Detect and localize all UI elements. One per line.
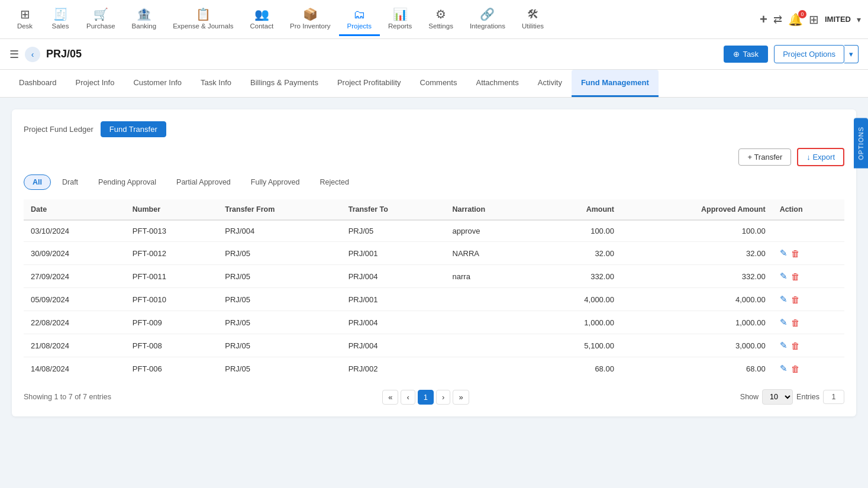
cell-to-2: PRJ/004 (341, 265, 446, 288)
delete-icon-4[interactable]: 🗑 (791, 318, 800, 328)
cell-amount-5: 5,100.00 (536, 334, 621, 357)
cell-approved-amount-3: 4,000.00 (621, 288, 773, 311)
fund-management-card: Project Fund Ledger Fund Transfer + Tran… (12, 109, 856, 416)
tab-task-info[interactable]: Task Info (191, 70, 241, 97)
add-icon[interactable]: + (760, 12, 767, 27)
pag-prev-button[interactable]: ‹ (401, 390, 415, 405)
delete-icon-5[interactable]: 🗑 (791, 341, 800, 351)
col-amount: Amount (536, 199, 621, 220)
cell-date-5: 21/08/2024 (24, 334, 125, 357)
nav-banking[interactable]: 🏦 Banking (124, 2, 165, 36)
task-button[interactable]: ⊕ Task (724, 46, 768, 63)
grid-icon[interactable]: ⊞ (809, 12, 819, 27)
cell-narration-5 (446, 334, 537, 357)
nav-sales[interactable]: 🧾 Sales (43, 2, 78, 36)
cell-amount-3: 4,000.00 (536, 288, 621, 311)
nav-utilities[interactable]: 🛠 Utilities (514, 3, 552, 36)
contact-icon: 👥 (254, 7, 269, 21)
tab-fund-management[interactable]: Fund Management (572, 70, 659, 97)
col-action: Action (773, 199, 844, 220)
tab-activity[interactable]: Activity (528, 70, 572, 97)
filter-partial-approved[interactable]: Partial Approved (167, 174, 240, 190)
filter-fully-approved[interactable]: Fully Approved (242, 174, 309, 190)
export-button[interactable]: ↓ Export (797, 148, 844, 166)
cell-from-3: PRJ/05 (218, 288, 341, 311)
filter-all[interactable]: All (24, 174, 51, 190)
cell-narration-6 (446, 357, 537, 380)
page-title: PRJ/05 (46, 48, 82, 60)
nav-contact[interactable]: 👥 Contact (241, 2, 282, 36)
company-chevron-icon[interactable]: ▾ (857, 15, 861, 24)
cell-to-6: PRJ/002 (341, 357, 446, 380)
tab-billings-payments[interactable]: Billings & Payments (241, 70, 328, 97)
project-options-button[interactable]: Project Options (774, 45, 844, 63)
sub-tab-fund-transfer[interactable]: Fund Transfer (101, 121, 166, 137)
cell-number-1: PFT-0012 (125, 242, 218, 265)
filter-rejected[interactable]: Rejected (311, 174, 358, 190)
table-row: 05/09/2024 PFT-0010 PRJ/05 PRJ/001 4,000… (24, 288, 844, 311)
edit-icon-6[interactable]: ✎ (780, 363, 788, 374)
hamburger-icon[interactable]: ☰ (9, 48, 19, 61)
purchase-icon: 🛒 (93, 7, 108, 21)
cell-narration-2: narra (446, 265, 537, 288)
pag-first-button[interactable]: « (382, 390, 398, 405)
nav-desk[interactable]: ⊞ Desk (7, 2, 43, 36)
show-count-select[interactable]: 10 25 50 (762, 389, 793, 405)
filter-draft[interactable]: Draft (53, 174, 87, 190)
action-buttons-row: + Transfer ↓ Export (24, 148, 844, 166)
transfer-button[interactable]: + Transfer (738, 148, 791, 166)
pag-last-button[interactable]: » (453, 390, 469, 405)
delete-icon-1[interactable]: 🗑 (791, 248, 800, 258)
nav-projects[interactable]: 🗂 Projects (339, 3, 380, 36)
nav-reports[interactable]: 📊 Reports (380, 2, 420, 36)
cell-approved-amount-1: 32.00 (621, 242, 773, 265)
table-row: 03/10/2024 PFT-0013 PRJ/004 PRJ/05 appro… (24, 220, 844, 242)
expense-journals-icon: 📋 (196, 7, 211, 21)
main-content: Project Fund Ledger Fund Transfer + Tran… (0, 98, 868, 428)
delete-icon-2[interactable]: 🗑 (791, 272, 800, 282)
col-number: Number (125, 199, 218, 220)
col-transfer-from: Transfer From (218, 199, 341, 220)
sub-tab-project-fund-ledger[interactable]: Project Fund Ledger (24, 122, 93, 136)
edit-icon-1[interactable]: ✎ (780, 248, 788, 258)
nav-integrations[interactable]: 🔗 Integrations (462, 2, 514, 36)
company-name[interactable]: IMITED (825, 15, 851, 24)
cell-date-2: 27/09/2024 (24, 265, 125, 288)
project-options-chevron-button[interactable]: ▾ (844, 45, 859, 63)
tab-attachments[interactable]: Attachments (466, 70, 528, 97)
cell-action-3: ✎ 🗑 (773, 288, 844, 311)
nav-expense-journals[interactable]: 📋 Expense & Journals (164, 2, 241, 36)
delete-icon-6[interactable]: 🗑 (791, 364, 800, 374)
edit-icon-5[interactable]: ✎ (780, 340, 788, 351)
tabs-bar: Dashboard Project Info Customer Info Tas… (0, 70, 868, 98)
entries-info: Showing 1 to 7 of 7 entries (24, 393, 111, 401)
cell-number-2: PFT-0011 (125, 265, 218, 288)
nav-settings[interactable]: ⚙ Settings (420, 2, 462, 36)
back-button[interactable]: ‹ (25, 47, 40, 62)
tab-project-info[interactable]: Project Info (66, 70, 124, 97)
nav-pro-inventory[interactable]: 📦 Pro Inventory (282, 2, 338, 36)
nav-purchase[interactable]: 🛒 Purchase (78, 2, 124, 36)
tab-customer-info[interactable]: Customer Info (124, 70, 191, 97)
banking-icon: 🏦 (137, 7, 151, 21)
tab-comments[interactable]: Comments (411, 70, 467, 97)
cell-action-5: ✎ 🗑 (773, 334, 844, 357)
tab-dashboard[interactable]: Dashboard (9, 70, 66, 97)
cell-from-6: PRJ/05 (218, 357, 341, 380)
pag-page-1-button[interactable]: 1 (418, 390, 434, 405)
tab-project-profitability[interactable]: Project Profitability (328, 70, 411, 97)
side-options-tab[interactable]: OPTIONS (854, 118, 868, 169)
filter-pending-approval[interactable]: Pending Approval (89, 174, 165, 190)
edit-icon-2[interactable]: ✎ (780, 271, 788, 282)
delete-icon-3[interactable]: 🗑 (791, 295, 800, 305)
show-entries-row: Show 10 25 50 Entries 1 (740, 389, 844, 405)
edit-icon-3[interactable]: ✎ (780, 294, 788, 305)
pagination-controls: « ‹ 1 › » (382, 390, 469, 405)
edit-icon-4[interactable]: ✎ (780, 317, 788, 328)
pag-next-button[interactable]: › (436, 390, 450, 405)
table-row: 27/09/2024 PFT-0011 PRJ/05 PRJ/004 narra… (24, 265, 844, 288)
cell-approved-amount-0: 100.00 (621, 220, 773, 242)
notification-icon[interactable]: 🔔 0 (788, 12, 803, 27)
transfer-icon[interactable]: ⇄ (773, 13, 782, 26)
cell-number-6: PFT-006 (125, 357, 218, 380)
